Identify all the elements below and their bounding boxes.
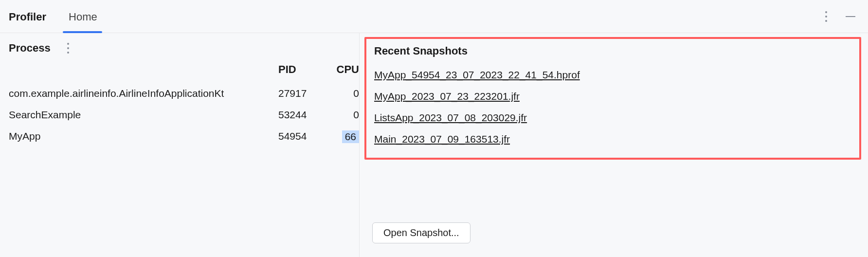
process-name: MyApp bbox=[9, 130, 278, 143]
column-pid[interactable]: PID bbox=[278, 63, 327, 76]
process-table-header: PID CPU bbox=[9, 63, 359, 83]
minimize-icon[interactable] bbox=[846, 16, 855, 18]
table-row[interactable]: MyApp 54954 66 bbox=[9, 126, 359, 148]
more-options-icon[interactable] bbox=[822, 8, 830, 25]
process-pid: 53244 bbox=[278, 109, 327, 121]
list-item[interactable]: MyApp_2023_07_23_223201.jfr bbox=[374, 86, 851, 107]
process-pid: 27917 bbox=[278, 88, 327, 99]
highlight-box: Recent Snapshots MyApp_54954_23_07_2023_… bbox=[364, 37, 861, 160]
process-name: SearchExample bbox=[9, 109, 278, 121]
tab-profiler[interactable]: Profiler bbox=[9, 1, 56, 32]
process-cpu: 0 bbox=[327, 109, 359, 121]
list-item[interactable]: Main_2023_07_09_163513.jfr bbox=[374, 128, 851, 150]
list-item[interactable]: ListsApp_2023_07_08_203029.jfr bbox=[374, 107, 851, 128]
process-header: Process bbox=[9, 40, 359, 56]
profiler-window: Profiler Home Process PID CPU bbox=[0, 0, 868, 257]
header-bar: Profiler Home bbox=[0, 0, 868, 33]
open-snapshot-button[interactable]: Open Snapshot... bbox=[372, 222, 470, 243]
snapshots-panel: Recent Snapshots MyApp_54954_23_07_2023_… bbox=[359, 33, 868, 257]
process-pid: 54954 bbox=[278, 130, 327, 143]
process-table: PID CPU com.example.airlineinfo.AirlineI… bbox=[9, 63, 359, 148]
tab-strip: Profiler Home bbox=[0, 1, 120, 32]
process-name: com.example.airlineinfo.AirlineInfoAppli… bbox=[9, 88, 278, 99]
snapshots-title: Recent Snapshots bbox=[374, 45, 851, 57]
tab-home[interactable]: Home bbox=[69, 1, 107, 32]
process-title: Process bbox=[9, 42, 51, 55]
process-cpu: 66 bbox=[327, 130, 359, 143]
column-cpu[interactable]: CPU bbox=[327, 63, 359, 76]
content-area: Process PID CPU com.example.airlineinfo.… bbox=[0, 33, 868, 257]
process-menu-icon[interactable] bbox=[64, 40, 72, 56]
header-actions bbox=[822, 0, 861, 33]
list-item[interactable]: MyApp_54954_23_07_2023_22_41_54.hprof bbox=[374, 64, 851, 86]
process-panel: Process PID CPU com.example.airlineinfo.… bbox=[0, 33, 359, 257]
table-row[interactable]: SearchExample 53244 0 bbox=[9, 104, 359, 126]
process-cpu: 0 bbox=[327, 88, 359, 99]
table-row[interactable]: com.example.airlineinfo.AirlineInfoAppli… bbox=[9, 83, 359, 104]
